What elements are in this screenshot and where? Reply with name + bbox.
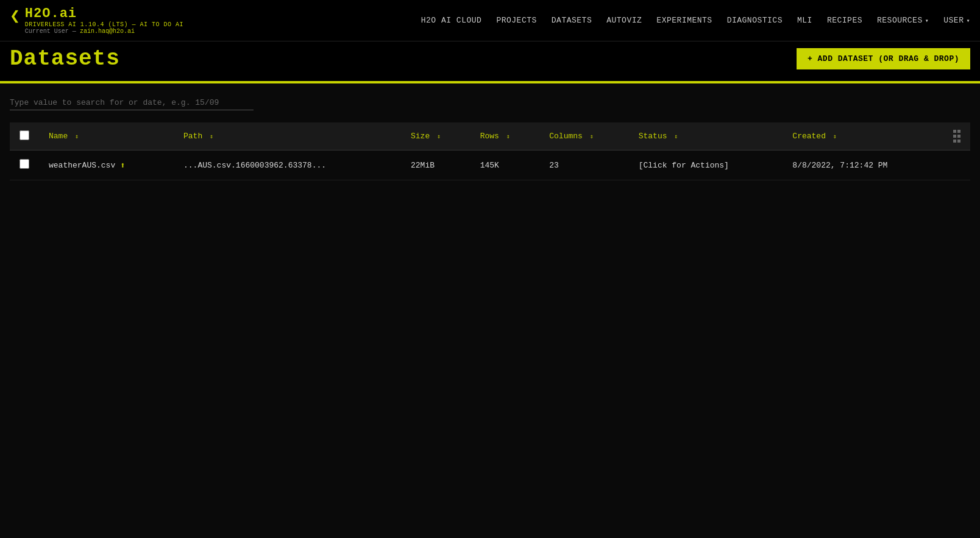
table-body: weatherAUS.csv ⬆ ...AUS.csv.1660003962.6… — [10, 150, 970, 180]
nav-autoviz[interactable]: AUTOVIZ — [606, 16, 642, 25]
nav-datasets[interactable]: DATASETS — [552, 16, 592, 25]
user-dropdown-arrow: ▾ — [966, 17, 970, 24]
user-email-link[interactable]: zain.haq@h2o.ai — [80, 28, 135, 35]
brand-title: H2O.ai — [25, 6, 183, 21]
table-header-checkbox — [10, 122, 39, 150]
name-sort-icon: ⇕ — [75, 133, 79, 140]
table-header-resize-handle — [943, 122, 970, 150]
rows-sort-icon: ⇕ — [506, 133, 510, 140]
nav-experiments[interactable]: EXPERIMENTS — [656, 16, 712, 25]
page-header: Datasets + ADD DATASET (OR DRAG & DROP) — [0, 41, 980, 82]
table-header-size[interactable]: Size ⇕ — [401, 122, 470, 150]
brand-logo[interactable]: ❮ H2O.ai DRIVERLESS AI 1.10.4 (LTS) — AI… — [10, 6, 183, 35]
back-arrow-icon[interactable]: ❮ — [10, 9, 20, 26]
row-columns: 23 — [539, 150, 628, 180]
upload-icon: ⬆ — [120, 160, 125, 171]
add-dataset-button[interactable]: + ADD DATASET (OR DRAG & DROP) — [797, 48, 970, 69]
row-actions — [943, 150, 970, 180]
nav-diagnostics[interactable]: DIAGNOSTICS — [727, 16, 783, 25]
brand-subtitle: DRIVERLESS AI 1.10.4 (LTS) — AI TO DO AI — [25, 21, 183, 28]
top-navigation: ❮ H2O.ai DRIVERLESS AI 1.10.4 (LTS) — AI… — [0, 0, 980, 41]
table-header-columns[interactable]: Columns ⇕ — [539, 122, 628, 150]
main-content: Name ⇕ Path ⇕ Size ⇕ Rows ⇕ Columns ⇕ — [0, 83, 980, 180]
status-sort-icon: ⇕ — [674, 133, 678, 140]
row-rows: 145K — [470, 150, 540, 180]
nav-resources[interactable]: RESOURCES ▾ — [877, 16, 929, 25]
table-header-row: Name ⇕ Path ⇕ Size ⇕ Rows ⇕ Columns ⇕ — [10, 122, 970, 150]
resources-dropdown-arrow: ▾ — [925, 17, 929, 24]
nav-h2o-ai-cloud[interactable]: H2O AI CLOUD — [421, 16, 482, 25]
path-sort-icon: ⇕ — [210, 133, 213, 140]
table-header-rows[interactable]: Rows ⇕ — [470, 122, 540, 150]
nav-mli[interactable]: MLI — [797, 16, 812, 25]
nav-links-container: H2O AI CLOUD PROJECTS DATASETS AUTOVIZ E… — [421, 16, 970, 25]
table-header-status[interactable]: Status ⇕ — [629, 122, 783, 150]
row-created: 8/8/2022, 7:12:42 PM — [783, 150, 943, 180]
created-sort-icon: ⇕ — [833, 133, 837, 140]
row-checkbox-cell — [10, 150, 39, 180]
row-path: ...AUS.csv.1660003962.63378... — [174, 150, 401, 180]
datasets-table: Name ⇕ Path ⇕ Size ⇕ Rows ⇕ Columns ⇕ — [10, 122, 970, 180]
page-title: Datasets — [10, 46, 120, 71]
row-size: 22MiB — [401, 150, 470, 180]
row-checkbox[interactable] — [20, 159, 29, 169]
nav-projects[interactable]: PROJECTS — [496, 16, 536, 25]
size-sort-icon: ⇕ — [437, 133, 441, 140]
select-all-checkbox[interactable] — [20, 130, 29, 140]
table-header-path[interactable]: Path ⇕ — [174, 122, 401, 150]
nav-user[interactable]: USER ▾ — [943, 16, 970, 25]
row-status[interactable]: [Click for Actions] — [629, 150, 783, 180]
table-header-name[interactable]: Name ⇕ — [39, 122, 174, 150]
nav-recipes[interactable]: RECIPES — [827, 16, 862, 25]
table-header-created[interactable]: Created ⇕ — [783, 122, 943, 150]
brand-current-user: Current User — zain.haq@h2o.ai — [25, 28, 183, 35]
columns-sort-icon: ⇕ — [590, 133, 594, 140]
table-row[interactable]: weatherAUS.csv ⬆ ...AUS.csv.1660003962.6… — [10, 150, 970, 180]
search-input[interactable] — [10, 96, 254, 110]
row-name: weatherAUS.csv ⬆ — [39, 150, 174, 180]
